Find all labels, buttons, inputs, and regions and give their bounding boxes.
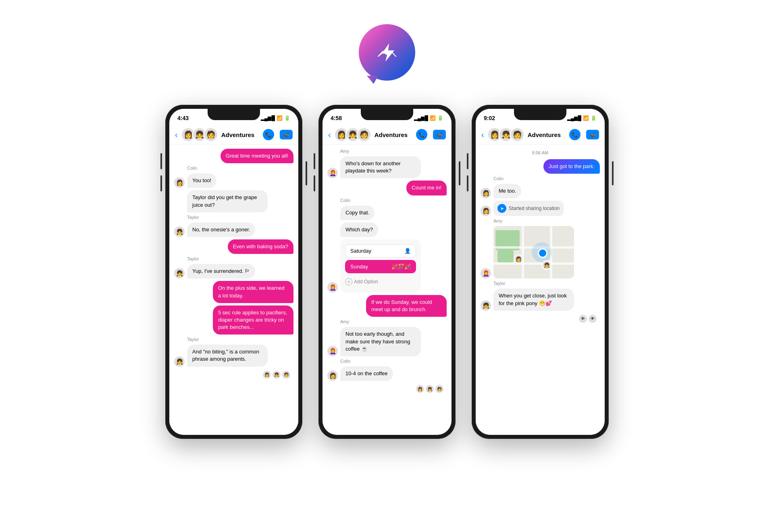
location-share-row: 👩 ➤ Started sharing location [481,201,600,216]
bubble-incoming: 10-4 on the coffee [340,366,393,381]
poll-option-label: Sunday [350,264,368,270]
avatar-3: 🧑 [357,127,371,142]
poll-row: 👩‍🦰 Saturday 👤 Sunday 🎉🎊🎉 + Add Op [327,239,447,293]
sender-label: Taylor [187,337,293,342]
power-button [306,161,307,185]
message-row: Which day? [327,222,447,237]
bubble-outgoing: Just got to the park. [543,159,600,174]
location-share-bubble: ➤ Started sharing location [493,201,564,216]
poll-option-label: Saturday [350,248,371,254]
chat-area-1: Great time meeting you all! Colin 👩 You … [169,145,298,435]
header-avatars-1: 👩 👧 🧑 [181,127,218,142]
status-time-3: 9:02 [484,115,495,121]
bubble-incoming: Me too. [493,184,521,198]
avatar: 👧 [481,300,491,311]
bottom-avatars-1: 👩 👧 🧑 [174,369,293,380]
battery-icon: 🔋 [591,115,597,121]
phone-3: 9:02 ▂▄▆█ 📶 🔋 ‹ 👩 👧 🧑 Adventures 📞 📹 [472,105,609,439]
bubble-outgoing: On the plus side, we learned a lot today… [213,281,293,303]
chat-name-2[interactable]: Adventures [375,131,413,138]
message-row: 👩‍🦰 Who's down for another playdate this… [327,156,447,178]
avatar: 👩‍🦰 [481,268,491,278]
call-button-1[interactable]: 📞 [263,129,274,140]
sender-label: Colin [340,359,447,364]
poll-option-sunday[interactable]: Sunday 🎉🎊🎉 [345,260,416,273]
avatar: 👧 [174,227,185,237]
volume-up-button [314,153,315,169]
bubble-incoming: Who's down for another playdate this wee… [340,156,421,178]
poll-option-saturday[interactable]: Saturday 👤 [345,244,416,258]
video-button-1[interactable]: 📹 [280,130,293,139]
power-button [612,161,614,185]
back-button-3[interactable]: ‹ [481,130,484,139]
message-row: Just got to the park. [481,159,600,174]
poll-option-emoji: 🎉🎊🎉 [391,264,411,270]
poll-option-emoji: 👤 [404,248,411,254]
phones-container: 4:43 ▂▄▆█ 📶 🔋 ‹ 👩 👧 🧑 Adventures 📞 [133,105,641,439]
status-time-2: 4:58 [331,115,342,121]
back-button-2[interactable]: ‹ [328,130,331,139]
read-receipt: 👩 [416,385,424,393]
chat-header-3: ‹ 👩 👧 🧑 Adventures 📞 📹 [476,125,605,145]
sender-label: Colin [340,198,447,203]
bolt-icon [376,42,398,64]
volume-down-button [160,175,162,191]
read-receipt: 🧑 [435,385,443,393]
bottom-avatars-2: 👩 👧 🧑 [327,383,447,395]
bubble-outgoing: Even with baking soda? [228,239,293,254]
status-icons-3: ▂▄▆█ 📶 🔋 [567,115,597,121]
bubble-incoming: No, the onesie's a goner. [187,222,255,237]
header-avatars-2: 👩 👧 🧑 [334,127,371,142]
add-option-label: Add Option [354,279,378,285]
message-row: 👩 You too! [174,173,293,188]
phone-3-screen: 9:02 ▂▄▆█ 📶 🔋 ‹ 👩 👧 🧑 Adventures 📞 📹 [476,109,605,435]
bottom-avatars-3: 👁 👁 [481,313,600,324]
chat-header-2: ‹ 👩 👧 🧑 Adventures 📞 📹 [322,125,452,145]
message-row: 👧 Yup, I've surrendered. 🏳 [174,264,293,278]
back-button-1[interactable]: ‹ [175,130,178,139]
location-icon: ➤ [497,204,506,213]
poll-widget: Saturday 👤 Sunday 🎉🎊🎉 + Add Option [340,239,421,293]
message-row: Copy that. [327,206,447,220]
phone-2-screen: 4:58 ▂▄▆█ 📶 🔋 ‹ 👩 👧 🧑 Adventures 📞 📹 [322,109,452,435]
avatar-3: 🧑 [204,127,218,142]
signal-icon: ▂▄▆█ [261,115,275,121]
road [493,262,574,265]
road [522,226,524,278]
power-button [459,161,460,185]
add-option-button[interactable]: + Add Option [345,276,416,288]
message-row: 👩 10-4 on the coffee [327,366,447,381]
wifi-icon: 📶 [430,115,436,121]
read-receipt: 👁 [579,315,587,323]
map-area: 👩 👧 [493,226,574,278]
bubble-outgoing: 5 sec rule applies to pacifiers, diaper … [213,305,293,335]
video-button-3[interactable]: 📹 [586,130,599,139]
status-icons-2: ▂▄▆█ 📶 🔋 [414,115,443,121]
signal-icon: ▂▄▆█ [414,115,428,121]
video-button-2[interactable]: 📹 [433,130,446,139]
chat-name-1[interactable]: Adventures [221,131,260,138]
message-row: If we do Sunday, we could meet up and do… [327,295,447,317]
message-row: Count me in! [327,181,447,195]
volume-up-button [160,153,162,169]
header-avatars-3: 👩 👧 🧑 [487,127,524,142]
avatar: 👩 [174,177,185,188]
read-receipt: 👁 [589,315,597,323]
add-option-plus-icon: + [345,278,352,285]
message-row: Great time meeting you all! [174,149,293,163]
message-row: Even with baking soda? [174,239,293,254]
logo-container [359,24,415,81]
phone-1-screen: 4:43 ▂▄▆█ 📶 🔋 ‹ 👩 👧 🧑 Adventures 📞 [169,109,298,435]
volume-down-button [467,175,468,191]
call-button-2[interactable]: 📞 [416,129,427,140]
volume-up-button [467,153,468,169]
chat-header-1: ‹ 👩 👧 🧑 Adventures 📞 📹 [169,125,298,145]
timestamp: 8:56 AM [481,150,600,155]
bubble-incoming: When you get close, just look for the pi… [493,289,574,310]
status-time-1: 4:43 [177,115,189,121]
chat-area-2: Amy 👩‍🦰 Who's down for another playdate … [322,145,452,435]
map-park [497,250,514,262]
chat-name-3[interactable]: Adventures [528,131,566,138]
call-button-3[interactable]: 📞 [569,129,580,140]
message-row: 👧 When you get close, just look for the … [481,289,600,310]
